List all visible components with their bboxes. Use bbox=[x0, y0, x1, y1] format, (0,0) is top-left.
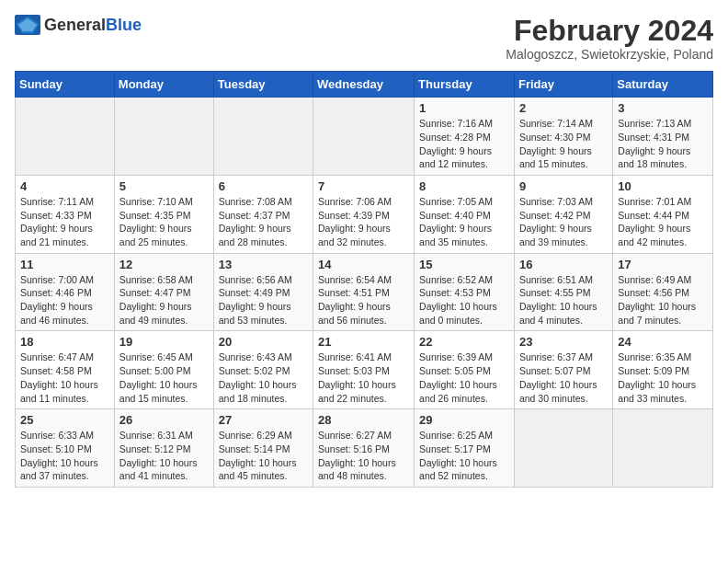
day-number: 18 bbox=[20, 335, 109, 349]
calendar-cell: 23Sunrise: 6:37 AM Sunset: 5:07 PM Dayli… bbox=[514, 331, 612, 409]
day-info: Sunrise: 6:45 AM Sunset: 5:00 PM Dayligh… bbox=[119, 350, 209, 405]
subtitle: Malogoszcz, Swietokrzyskie, Poland bbox=[506, 47, 713, 62]
calendar-cell bbox=[613, 409, 713, 488]
logo-general: General bbox=[44, 16, 106, 34]
header: GeneralBlue February 2024 Malogoszcz, Sw… bbox=[15, 15, 713, 62]
day-info: Sunrise: 6:37 AM Sunset: 5:07 PM Dayligh… bbox=[519, 350, 608, 405]
calendar-table: SundayMondayTuesdayWednesdayThursdayFrid… bbox=[15, 71, 713, 488]
day-number: 7 bbox=[318, 179, 409, 193]
calendar-cell: 9Sunrise: 7:03 AM Sunset: 4:42 PM Daylig… bbox=[514, 175, 612, 253]
weekday-header-wednesday: Wednesday bbox=[313, 72, 415, 98]
day-info: Sunrise: 6:25 AM Sunset: 5:17 PM Dayligh… bbox=[419, 429, 509, 483]
day-number: 5 bbox=[119, 179, 209, 193]
day-number: 6 bbox=[219, 179, 308, 193]
calendar-cell: 25Sunrise: 6:33 AM Sunset: 5:10 PM Dayli… bbox=[16, 409, 115, 488]
day-number: 22 bbox=[419, 335, 509, 349]
day-info: Sunrise: 7:01 AM Sunset: 4:44 PM Dayligh… bbox=[618, 195, 708, 249]
weekday-header-thursday: Thursday bbox=[415, 72, 515, 98]
day-number: 16 bbox=[519, 258, 608, 271]
day-info: Sunrise: 6:35 AM Sunset: 5:09 PM Dayligh… bbox=[618, 350, 708, 405]
day-info: Sunrise: 7:13 AM Sunset: 4:31 PM Dayligh… bbox=[618, 117, 708, 171]
day-info: Sunrise: 7:03 AM Sunset: 4:42 PM Dayligh… bbox=[519, 195, 608, 249]
calendar-cell: 26Sunrise: 6:31 AM Sunset: 5:12 PM Dayli… bbox=[114, 409, 213, 488]
day-number: 21 bbox=[318, 335, 409, 349]
calendar-week-row: 1Sunrise: 7:16 AM Sunset: 4:28 PM Daylig… bbox=[16, 98, 713, 176]
day-number: 28 bbox=[318, 413, 409, 427]
calendar-cell: 13Sunrise: 6:56 AM Sunset: 4:49 PM Dayli… bbox=[213, 253, 313, 331]
day-number: 15 bbox=[419, 258, 509, 271]
weekday-header-sunday: Sunday bbox=[16, 72, 115, 98]
day-info: Sunrise: 7:08 AM Sunset: 4:37 PM Dayligh… bbox=[219, 195, 308, 249]
calendar-cell bbox=[16, 98, 115, 176]
day-info: Sunrise: 7:14 AM Sunset: 4:30 PM Dayligh… bbox=[519, 117, 608, 171]
day-number: 26 bbox=[119, 413, 209, 427]
main-title: February 2024 bbox=[506, 15, 713, 47]
day-number: 1 bbox=[419, 101, 509, 115]
day-number: 12 bbox=[119, 258, 209, 271]
calendar-cell: 22Sunrise: 6:39 AM Sunset: 5:05 PM Dayli… bbox=[415, 331, 515, 409]
title-block: February 2024 Malogoszcz, Swietokrzyskie… bbox=[506, 15, 713, 62]
calendar-cell: 12Sunrise: 6:58 AM Sunset: 4:47 PM Dayli… bbox=[114, 253, 213, 331]
logo-text: GeneralBlue bbox=[44, 16, 142, 35]
calendar-cell: 11Sunrise: 7:00 AM Sunset: 4:46 PM Dayli… bbox=[16, 253, 115, 331]
calendar-cell: 8Sunrise: 7:05 AM Sunset: 4:40 PM Daylig… bbox=[415, 175, 515, 253]
calendar-cell: 17Sunrise: 6:49 AM Sunset: 4:56 PM Dayli… bbox=[613, 253, 713, 331]
day-number: 11 bbox=[20, 258, 109, 271]
day-number: 13 bbox=[219, 258, 308, 271]
calendar-cell: 29Sunrise: 6:25 AM Sunset: 5:17 PM Dayli… bbox=[415, 409, 515, 488]
day-info: Sunrise: 6:49 AM Sunset: 4:56 PM Dayligh… bbox=[618, 273, 708, 327]
day-number: 23 bbox=[519, 335, 608, 349]
day-number: 9 bbox=[519, 179, 608, 193]
calendar-cell: 10Sunrise: 7:01 AM Sunset: 4:44 PM Dayli… bbox=[613, 175, 713, 253]
day-info: Sunrise: 7:06 AM Sunset: 4:39 PM Dayligh… bbox=[318, 195, 409, 249]
day-number: 10 bbox=[618, 179, 708, 193]
calendar-cell: 28Sunrise: 6:27 AM Sunset: 5:16 PM Dayli… bbox=[313, 409, 415, 488]
calendar-cell: 24Sunrise: 6:35 AM Sunset: 5:09 PM Dayli… bbox=[613, 331, 713, 409]
day-number: 25 bbox=[20, 413, 109, 427]
weekday-header-monday: Monday bbox=[114, 72, 213, 98]
calendar-week-row: 4Sunrise: 7:11 AM Sunset: 4:33 PM Daylig… bbox=[16, 175, 713, 253]
day-number: 3 bbox=[618, 101, 708, 115]
day-info: Sunrise: 6:56 AM Sunset: 4:49 PM Dayligh… bbox=[219, 273, 308, 327]
day-info: Sunrise: 6:54 AM Sunset: 4:51 PM Dayligh… bbox=[318, 273, 409, 327]
calendar-cell: 1Sunrise: 7:16 AM Sunset: 4:28 PM Daylig… bbox=[415, 98, 515, 176]
day-info: Sunrise: 7:05 AM Sunset: 4:40 PM Dayligh… bbox=[419, 195, 509, 249]
calendar-cell: 7Sunrise: 7:06 AM Sunset: 4:39 PM Daylig… bbox=[313, 175, 415, 253]
calendar-cell: 14Sunrise: 6:54 AM Sunset: 4:51 PM Dayli… bbox=[313, 253, 415, 331]
day-info: Sunrise: 6:33 AM Sunset: 5:10 PM Dayligh… bbox=[20, 429, 109, 483]
day-info: Sunrise: 7:10 AM Sunset: 4:35 PM Dayligh… bbox=[119, 195, 209, 249]
calendar-cell bbox=[114, 98, 213, 176]
calendar-week-row: 18Sunrise: 6:47 AM Sunset: 4:58 PM Dayli… bbox=[16, 331, 713, 409]
calendar-cell: 4Sunrise: 7:11 AM Sunset: 4:33 PM Daylig… bbox=[16, 175, 115, 253]
day-number: 20 bbox=[219, 335, 308, 349]
day-number: 29 bbox=[419, 413, 509, 427]
calendar-cell: 18Sunrise: 6:47 AM Sunset: 4:58 PM Dayli… bbox=[16, 331, 115, 409]
day-number: 17 bbox=[618, 258, 708, 271]
calendar-week-row: 11Sunrise: 7:00 AM Sunset: 4:46 PM Dayli… bbox=[16, 253, 713, 331]
calendar-cell: 27Sunrise: 6:29 AM Sunset: 5:14 PM Dayli… bbox=[213, 409, 313, 488]
calendar-cell: 19Sunrise: 6:45 AM Sunset: 5:00 PM Dayli… bbox=[114, 331, 213, 409]
day-info: Sunrise: 6:47 AM Sunset: 4:58 PM Dayligh… bbox=[20, 350, 109, 405]
calendar-cell: 20Sunrise: 6:43 AM Sunset: 5:02 PM Dayli… bbox=[213, 331, 313, 409]
calendar-cell: 2Sunrise: 7:14 AM Sunset: 4:30 PM Daylig… bbox=[514, 98, 612, 176]
calendar-cell: 3Sunrise: 7:13 AM Sunset: 4:31 PM Daylig… bbox=[613, 98, 713, 176]
day-info: Sunrise: 6:29 AM Sunset: 5:14 PM Dayligh… bbox=[219, 429, 308, 483]
day-info: Sunrise: 6:52 AM Sunset: 4:53 PM Dayligh… bbox=[419, 273, 509, 327]
calendar-cell bbox=[313, 98, 415, 176]
calendar-cell: 5Sunrise: 7:10 AM Sunset: 4:35 PM Daylig… bbox=[114, 175, 213, 253]
day-number: 4 bbox=[20, 179, 109, 193]
day-number: 2 bbox=[519, 101, 608, 115]
weekday-header-friday: Friday bbox=[514, 72, 612, 98]
logo: GeneralBlue bbox=[15, 15, 142, 35]
day-info: Sunrise: 6:58 AM Sunset: 4:47 PM Dayligh… bbox=[119, 273, 209, 327]
day-info: Sunrise: 6:39 AM Sunset: 5:05 PM Dayligh… bbox=[419, 350, 509, 405]
calendar-cell bbox=[514, 409, 612, 488]
calendar-cell bbox=[213, 98, 313, 176]
day-info: Sunrise: 6:27 AM Sunset: 5:16 PM Dayligh… bbox=[318, 429, 409, 483]
day-number: 27 bbox=[219, 413, 308, 427]
weekday-header-row: SundayMondayTuesdayWednesdayThursdayFrid… bbox=[16, 72, 713, 98]
day-info: Sunrise: 6:43 AM Sunset: 5:02 PM Dayligh… bbox=[219, 350, 308, 405]
calendar-cell: 21Sunrise: 6:41 AM Sunset: 5:03 PM Dayli… bbox=[313, 331, 415, 409]
day-info: Sunrise: 6:41 AM Sunset: 5:03 PM Dayligh… bbox=[318, 350, 409, 405]
day-number: 24 bbox=[618, 335, 708, 349]
